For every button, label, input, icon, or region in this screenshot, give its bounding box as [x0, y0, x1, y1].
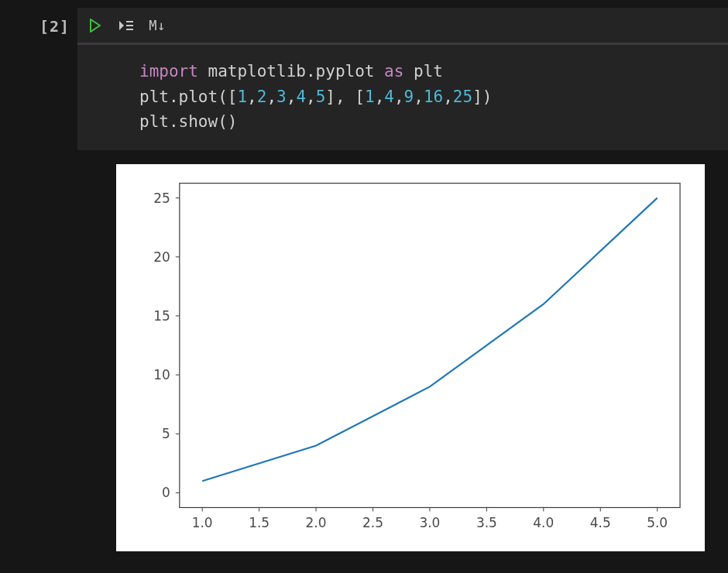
svg-marker-1	[119, 21, 124, 30]
x-tick-label: 3.0	[419, 515, 440, 530]
play-icon	[89, 19, 101, 33]
code-token: ,	[266, 87, 276, 106]
line-chart: 1.01.52.02.53.03.54.04.55.0 0510152025	[125, 173, 697, 544]
prompt-column: [2]	[0, 8, 77, 551]
notebook-cell: [2] M↓ import matplotlib.pyplot as pltpl…	[0, 0, 728, 551]
cell-toolbar: M↓	[77, 8, 728, 45]
code-token: matplotlib.pyplot	[208, 62, 375, 81]
cell-output: 1.01.52.02.53.03.54.04.55.0 0510152025	[77, 150, 728, 551]
x-tick-label: 2.5	[362, 515, 383, 530]
x-tick-label: 4.0	[533, 515, 554, 530]
x-tick-label: 4.5	[590, 515, 611, 530]
code-token: plt.show()	[139, 112, 237, 131]
code-token: 9	[404, 87, 414, 106]
code-token: 1	[237, 87, 247, 106]
code-token: [	[355, 87, 365, 106]
code-token: 1	[365, 87, 375, 106]
code-token: 5	[316, 87, 326, 106]
code-token: ,	[443, 87, 453, 106]
code-token: ]	[325, 87, 335, 106]
y-tick-label: 10	[153, 367, 170, 383]
code-token: 25	[453, 87, 472, 106]
x-tick-label: 1.0	[192, 515, 213, 530]
code-token: ])	[472, 87, 492, 106]
play-lines-icon	[118, 19, 134, 32]
y-tick-label: 0	[162, 485, 170, 500]
code-token: 4	[384, 87, 394, 106]
y-tick-label: 5	[162, 426, 170, 441]
x-tick-label: 5.0	[647, 515, 668, 530]
markdown-toggle-button[interactable]: M↓	[149, 17, 166, 34]
matplotlib-figure: 1.01.52.02.53.03.54.04.55.0 0510152025	[116, 164, 705, 551]
code-token: ,	[375, 87, 385, 106]
y-tick-label: 15	[153, 308, 170, 324]
code-token: plt	[414, 62, 443, 81]
svg-rect-5	[180, 183, 680, 507]
y-tick-label: 20	[153, 249, 170, 264]
code-token: 16	[424, 87, 443, 106]
x-tick-label: 1.5	[249, 515, 270, 530]
code-token: ,	[247, 87, 257, 106]
cell-main: M↓ import matplotlib.pyplot as pltplt.pl…	[77, 8, 728, 551]
code-token: ,	[306, 87, 316, 106]
svg-marker-0	[91, 19, 100, 32]
code-token: 4	[296, 87, 306, 106]
code-token: ,	[287, 87, 297, 106]
run-button[interactable]	[87, 17, 104, 34]
code-token: ,	[335, 87, 355, 106]
code-token: 2	[257, 87, 267, 106]
execution-count: [2]	[39, 17, 70, 36]
code-token: as	[384, 62, 403, 81]
x-tick-label: 2.0	[306, 515, 327, 530]
code-token: [	[228, 87, 238, 106]
code-token: import	[139, 62, 198, 81]
code-editor[interactable]: import matplotlib.pyplot as pltplt.plot(…	[77, 45, 728, 150]
code-token: plt.plot(	[139, 87, 228, 106]
code-token: 3	[276, 87, 287, 106]
x-tick-label: 3.5	[476, 515, 497, 530]
run-by-line-button[interactable]	[118, 17, 135, 34]
code-token: ,	[394, 87, 404, 106]
y-tick-label: 25	[153, 190, 170, 205]
code-token: ,	[414, 87, 424, 106]
